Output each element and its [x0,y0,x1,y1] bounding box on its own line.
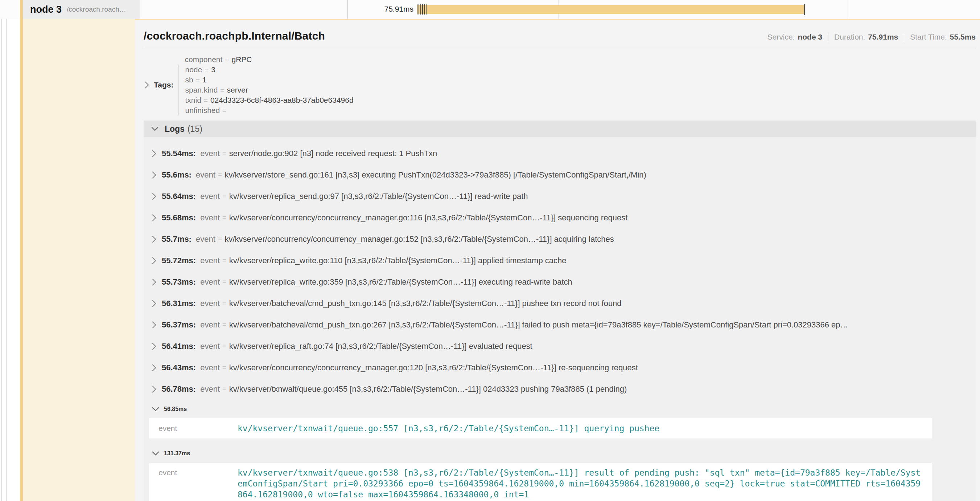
log-field-key: event [200,341,220,351]
chevron-down-icon [152,451,159,456]
chevron-right-icon [144,81,150,89]
log-field-key: event [196,170,215,180]
log-entry-row[interactable]: 56.43ms: event = kv/kvserver/concurrency… [144,357,976,378]
log-timestamp: 55.72ms: [162,256,196,265]
tag-item: unfinished = [178,105,360,115]
log-entry-row[interactable]: 55.72ms: event = kv/kvserver/replica_wri… [144,250,976,271]
chevron-right-icon [152,300,157,308]
log-field-key: event [149,467,237,500]
log-field-value: kv/kvserver/batcheval/cmd_push_txn.go:26… [229,320,848,330]
tag-key: txnid [185,96,201,105]
log-entry-row[interactable]: 55.73ms: event = kv/kvserver/replica_wri… [144,271,976,293]
span-duration-bar[interactable] [417,5,805,14]
log-entry-row[interactable]: 55.54ms: event = server/node.go:902 [n3]… [144,143,976,164]
tag-key: span.kind [185,86,218,94]
span-meta: Service: node 3 Duration: 75.91ms Start … [767,33,976,41]
tag-item: span.kind = server [178,85,360,95]
chevron-right-icon [152,321,157,329]
log-field-value: kv/kvserver/txnwait/queue.go:538 [n3,s3,… [237,467,929,500]
equals-sign: = [222,299,227,308]
log-timestamp: 55.64ms: [162,192,196,201]
equals-sign: = [222,342,227,350]
equals-sign: = [218,235,222,243]
log-entry-row[interactable]: 56.37ms: event = kv/kvserver/batcheval/c… [144,314,976,335]
equals-sign: = [222,214,227,222]
detail-title-row: /cockroach.roachpb.Internal/Batch Servic… [144,20,976,42]
log-field-value: server/node.go:902 [n3] node received re… [229,149,438,158]
log-field-value: kv/kvserver/concurrency/concurrency_mana… [229,363,638,372]
chevron-right-icon [152,214,157,222]
chevron-down-icon [151,126,159,131]
log-field-key: event [200,299,220,308]
log-entry-row[interactable]: 55.64ms: event = kv/kvserver/replica_sen… [144,185,976,207]
tag-key: unfinished [185,106,220,115]
span-detail-panel: /cockroach.roachpb.Internal/Batch Servic… [135,19,980,501]
log-timestamp: 131.37ms [164,450,190,457]
log-field-key: event [200,385,220,394]
log-entry-header[interactable]: 131.37ms [144,445,976,461]
log-field-value: kv/kvserver/replica_raft.go:74 [n3,s3,r6… [229,341,533,351]
log-entry-row[interactable]: 55.6ms: event = kv/kvserver/store_send.g… [144,164,976,185]
chevron-right-icon [152,342,157,350]
left-rail-divider [6,0,6,501]
meta-duration: Duration: 75.91ms [828,33,898,41]
tag-key: sb [185,75,193,84]
tags-row: Tags: component = gRPC node = 3 sb = 1 s… [144,49,976,121]
name-column-resizer[interactable] [347,0,348,19]
equals-sign: = [218,171,222,179]
log-entry-row[interactable]: 56.78ms: event = kv/kvserver/txnwait/que… [144,378,976,400]
log-field-key: event [200,149,220,158]
equals-sign: = [225,56,229,64]
log-field-key: event [200,320,220,330]
span-name-tab[interactable]: node 3 /cockroach.roach… [20,0,140,19]
log-timestamp: 56.78ms: [162,385,196,394]
log-field-value: kv/kvserver/concurrency/concurrency_mana… [224,235,614,244]
log-entry-row[interactable]: 56.41ms: event = kv/kvserver/replica_raf… [144,335,976,357]
log-field-key: event [200,213,220,223]
log-entry-row[interactable]: 55.68ms: event = kv/kvserver/concurrency… [144,207,976,228]
equals-sign: = [222,149,227,158]
log-field-key: event [149,423,237,434]
chevron-right-icon [152,257,157,265]
equals-sign: = [204,97,208,105]
chevron-right-icon [152,364,157,372]
equals-sign: = [222,278,227,286]
log-tick-mark-end [804,4,805,15]
chevron-down-icon [152,407,159,412]
tags-toggle[interactable]: Tags: [144,81,178,89]
log-entry-row[interactable]: 55.7ms: event = kv/kvserver/concurrency/… [144,228,976,250]
log-field-value: kv/kvserver/replica_send.go:97 [n3,s3,r6… [229,192,528,201]
tag-value: gRPC [231,55,252,64]
log-field-key: event [200,363,220,372]
tag-item: component = gRPC [178,54,360,65]
log-timestamp: 56.31ms: [162,299,196,308]
log-timestamp: 56.85ms [164,406,187,412]
log-entry-expanded: 56.85ms event kv/kvserver/txnwait/queue.… [144,401,976,439]
span-color-bar [20,1,23,501]
chevron-right-icon [152,278,157,286]
tags-list: component = gRPC node = 3 sb = 1 span.ki… [178,54,360,115]
equals-sign: = [222,364,227,372]
log-field-key: event [200,192,220,201]
span-service-name: node 3 [30,4,62,15]
log-timestamp: 55.73ms: [162,278,196,287]
selected-span-highlight [23,19,135,501]
log-detail-card: event kv/kvserver/txnwait/queue.go:557 [… [149,418,932,439]
log-field-value: kv/kvserver/replica_write.go:359 [n3,s3,… [229,278,572,287]
tag-value: 3 [211,65,215,74]
log-field-value: kv/kvserver/txnwait/queue.go:557 [n3,s3,… [237,423,929,434]
log-entry-row[interactable]: 56.31ms: event = kv/kvserver/batcheval/c… [144,293,976,314]
log-timestamp: 56.41ms: [162,341,196,351]
meta-service: Service: node 3 [767,33,822,41]
span-duration-label: 75.91ms [359,5,414,13]
chevron-right-icon [152,150,157,158]
logs-section-toggle[interactable]: Logs (15) [144,121,976,137]
equals-sign: = [222,321,227,329]
log-timestamp: 55.6ms: [162,170,191,180]
span-operation-name: /cockroach.roach… [67,5,126,13]
log-field-value: kv/kvserver/batcheval/cmd_push_txn.go:14… [229,299,622,308]
equals-sign: = [222,107,226,115]
timeline-gridline [848,0,848,19]
log-entry-header[interactable]: 56.85ms [144,401,976,417]
page-title: /cockroach.roachpb.Internal/Batch [144,30,325,42]
